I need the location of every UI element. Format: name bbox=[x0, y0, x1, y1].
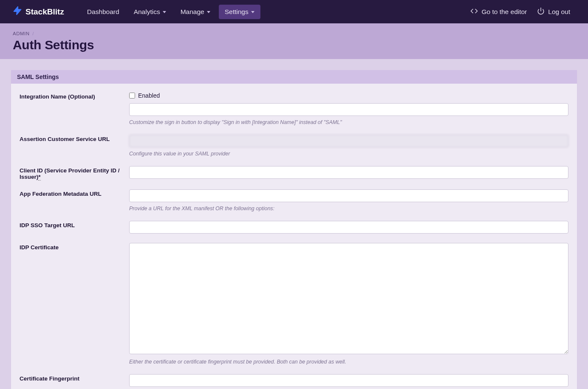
label-idp-cert: IDP Certificate bbox=[20, 243, 129, 365]
label-sso-url: IDP SSO Target URL bbox=[20, 221, 129, 234]
card-body: Integration Name (Optional) Enabled Cust… bbox=[11, 84, 577, 389]
idp-cert-hint: Either the certificate or certificate fi… bbox=[129, 359, 568, 365]
nav-links: Dashboard Analytics Manage Settings bbox=[81, 5, 260, 19]
label-integration-name: Integration Name (Optional) bbox=[20, 92, 129, 125]
fingerprint-input[interactable] bbox=[129, 374, 568, 387]
page-header: ADMIN / Auth Settings bbox=[0, 23, 588, 59]
label-client-id: Client ID (Service Provider Entity ID / … bbox=[20, 166, 129, 180]
brand-text: StackBlitz bbox=[25, 7, 64, 17]
saml-settings-card: SAML Settings Integration Name (Optional… bbox=[11, 70, 577, 389]
nav-editor-link[interactable]: Go to the editor bbox=[465, 4, 532, 20]
nav-settings[interactable]: Settings bbox=[219, 5, 260, 19]
chevron-down-icon bbox=[207, 11, 210, 13]
nav-logout[interactable]: Log out bbox=[532, 4, 575, 20]
enabled-checkbox[interactable] bbox=[129, 93, 135, 99]
chevron-down-icon bbox=[163, 11, 166, 13]
nav-logout-label: Log out bbox=[548, 8, 570, 16]
nav-analytics[interactable]: Analytics bbox=[128, 5, 172, 19]
row-integration-name: Integration Name (Optional) Enabled Cust… bbox=[20, 92, 568, 125]
power-icon bbox=[537, 7, 545, 17]
breadcrumb-admin[interactable]: ADMIN bbox=[13, 31, 30, 36]
topnav: StackBlitz Dashboard Analytics Manage Se… bbox=[0, 0, 588, 23]
card-heading: SAML Settings bbox=[11, 70, 577, 84]
integration-name-input[interactable] bbox=[129, 103, 568, 116]
nav-editor-label: Go to the editor bbox=[481, 8, 527, 16]
enabled-label: Enabled bbox=[138, 92, 160, 99]
row-client-id: Client ID (Service Provider Entity ID / … bbox=[20, 166, 568, 180]
client-id-input[interactable] bbox=[129, 166, 568, 179]
label-client-id-text: Client ID (Service Provider Entity ID / … bbox=[20, 167, 120, 180]
page-content: SAML Settings Integration Name (Optional… bbox=[0, 59, 588, 389]
bolt-icon bbox=[13, 6, 22, 17]
idp-cert-textarea[interactable] bbox=[129, 243, 568, 354]
page-title: Auth Settings bbox=[13, 38, 575, 52]
nav-settings-label: Settings bbox=[225, 8, 249, 16]
label-metadata-url: App Federation Metadata URL bbox=[20, 189, 129, 211]
row-metadata-url: App Federation Metadata URL Provide a UR… bbox=[20, 189, 568, 211]
sso-url-input[interactable] bbox=[129, 221, 568, 234]
row-fingerprint: Certificate Fingerprint bbox=[20, 374, 568, 387]
required-asterisk: * bbox=[38, 174, 40, 180]
row-sso-url: IDP SSO Target URL bbox=[20, 221, 568, 234]
svg-marker-0 bbox=[14, 7, 21, 14]
label-fingerprint: Certificate Fingerprint bbox=[20, 374, 129, 387]
code-icon bbox=[470, 7, 478, 17]
enabled-checkbox-wrap[interactable]: Enabled bbox=[129, 92, 568, 99]
metadata-url-hint: Provide a URL for the XML manifest OR th… bbox=[129, 206, 568, 211]
acs-url-input bbox=[129, 135, 568, 147]
metadata-url-input[interactable] bbox=[129, 189, 568, 202]
label-acs-url: Assertion Customer Service URL bbox=[20, 135, 129, 157]
nav-manage-label: Manage bbox=[181, 8, 204, 16]
nav-dashboard[interactable]: Dashboard bbox=[81, 5, 125, 19]
brand[interactable]: StackBlitz bbox=[13, 6, 64, 17]
breadcrumb-separator: / bbox=[31, 31, 35, 36]
nav-dashboard-label: Dashboard bbox=[87, 8, 119, 16]
row-acs-url: Assertion Customer Service URL Configure… bbox=[20, 135, 568, 157]
chevron-down-icon bbox=[251, 11, 254, 13]
acs-url-hint: Configure this value in your SAML provid… bbox=[129, 151, 568, 157]
breadcrumb: ADMIN / bbox=[13, 28, 575, 36]
integration-name-hint: Customize the sign in button to display … bbox=[129, 119, 568, 125]
nav-manage[interactable]: Manage bbox=[175, 5, 216, 19]
row-idp-cert: IDP Certificate Either the certificate o… bbox=[20, 243, 568, 365]
nav-analytics-label: Analytics bbox=[134, 8, 160, 16]
